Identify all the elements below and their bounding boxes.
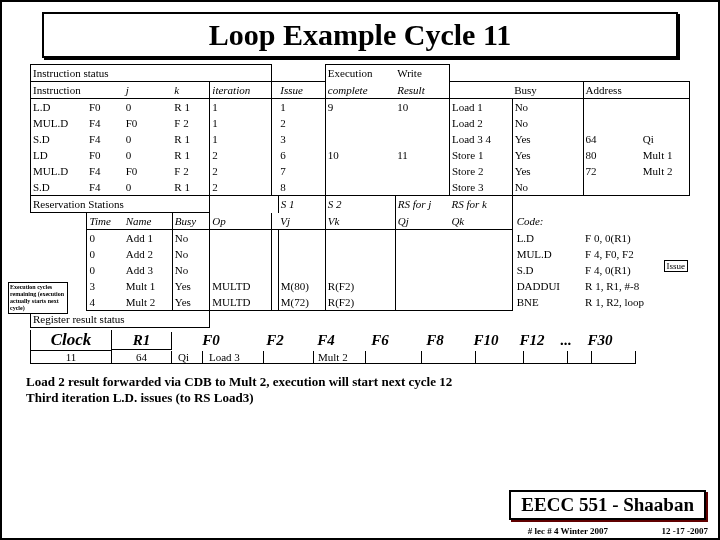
rsk-hdr: RS for k: [449, 196, 512, 213]
addr: 72: [583, 163, 641, 179]
exec: [325, 115, 395, 131]
rs-vj: [278, 262, 325, 278]
busy-col: Busy: [512, 82, 583, 99]
addr: [583, 179, 641, 196]
j: 0: [124, 147, 173, 163]
rs-op: [210, 230, 271, 247]
rs-busy: No: [172, 246, 210, 262]
code-args: R 1, R2, loop: [583, 294, 689, 311]
j: 0: [124, 179, 173, 196]
dst: F0: [87, 99, 124, 116]
j: F0: [124, 163, 173, 179]
busy-hdr: Busy: [172, 213, 210, 230]
rs-qj: [395, 294, 449, 311]
rs-time: 4: [87, 294, 124, 311]
busy: No: [512, 115, 583, 131]
k: F 2: [172, 115, 210, 131]
op: L.D: [31, 99, 87, 116]
clock-val: 11: [30, 351, 112, 364]
rs-vk: [325, 262, 395, 278]
issue: 8: [278, 179, 325, 196]
rs-name: Add 2: [124, 246, 173, 262]
exec: 10: [325, 147, 395, 163]
code-instr: L.D: [512, 230, 583, 247]
rs-qj: [395, 246, 449, 262]
op: MUL.D: [31, 115, 87, 131]
extra: [641, 179, 690, 196]
busy: No: [512, 179, 583, 196]
k-col: k: [172, 82, 210, 99]
unit: Store 2: [449, 163, 512, 179]
k: R 1: [172, 99, 210, 116]
code-args: R 1, R1, #-8: [583, 278, 689, 294]
page-number: # lec # 4 Winter 2007: [528, 526, 608, 536]
k: R 1: [172, 179, 210, 196]
slide-title: Loop Example Cycle 11: [42, 12, 678, 58]
rs-time: 0: [87, 246, 124, 262]
s2-hdr: S 2: [325, 196, 395, 213]
iter: 1: [210, 115, 271, 131]
unit: Load 3 4: [449, 131, 512, 147]
rs-vk: [325, 246, 395, 262]
addr: 64: [583, 131, 641, 147]
dst: F4: [87, 115, 124, 131]
rs-qk: [449, 230, 512, 247]
rs-qk: [449, 294, 512, 311]
rs-name: Add 1: [124, 230, 173, 247]
busy: Yes: [512, 147, 583, 163]
iter: 1: [210, 131, 271, 147]
op: MUL.D: [31, 163, 87, 179]
addr: 80: [583, 147, 641, 163]
rs-busy: No: [172, 230, 210, 247]
busy: Yes: [512, 163, 583, 179]
exec: 9: [325, 99, 395, 116]
rs-vj: [278, 230, 325, 247]
k: F 2: [172, 163, 210, 179]
qj-hdr: Qj: [395, 213, 449, 230]
addr: [583, 115, 641, 131]
qi-label: Qi: [172, 351, 202, 364]
name-hdr: Name: [124, 213, 173, 230]
rs-op: MULTD: [210, 294, 271, 311]
extra: [641, 115, 690, 131]
vk-hdr: Vk: [325, 213, 395, 230]
rs-busy: Yes: [172, 278, 210, 294]
reg-f0: F0: [186, 332, 236, 349]
instruction-col: Instruction: [31, 82, 124, 99]
wr: [395, 115, 449, 131]
rs-qj: [395, 262, 449, 278]
wr: 11: [395, 147, 449, 163]
unit: Load 2: [449, 115, 512, 131]
op: S.D: [31, 179, 87, 196]
issue: 7: [278, 163, 325, 179]
rs-time: 0: [87, 230, 124, 247]
unit: Store 3: [449, 179, 512, 196]
rs-qk: [449, 278, 512, 294]
rs-name: Mult 1: [124, 278, 173, 294]
reg-dots: ...: [554, 332, 578, 349]
rs-busy: No: [172, 262, 210, 278]
reg-f30: F30: [578, 332, 622, 349]
extra: Mult 2: [641, 163, 690, 179]
reg-f8: F8: [408, 332, 462, 349]
busy: Yes: [512, 131, 583, 147]
iter: 1: [210, 99, 271, 116]
op-hdr: Op: [210, 213, 271, 230]
dst: F4: [87, 131, 124, 147]
busy: No: [512, 99, 583, 116]
rs-time: 0: [87, 262, 124, 278]
wr: [395, 179, 449, 196]
code-hdr: Code:: [512, 213, 689, 230]
issue: 3: [278, 131, 325, 147]
clock-label: Clock: [30, 330, 112, 351]
extra: [641, 99, 690, 116]
rs-vk: R(F2): [325, 294, 395, 311]
execution-hdr: Execution: [325, 65, 395, 82]
iter: 2: [210, 163, 271, 179]
op: LD: [31, 147, 87, 163]
rs-vj: [278, 246, 325, 262]
iter: 2: [210, 147, 271, 163]
rs-name: Mult 2: [124, 294, 173, 311]
code-instr: DADDUI: [512, 278, 583, 294]
rs-title: Reservation Stations: [31, 196, 210, 213]
